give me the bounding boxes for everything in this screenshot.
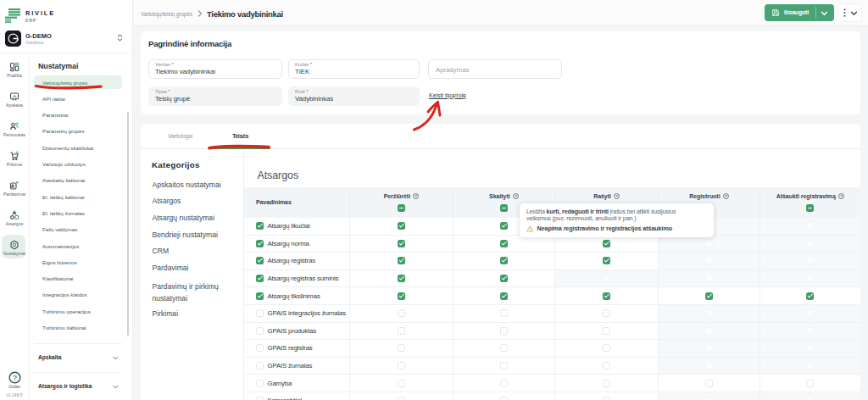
svg-text:?: ? [840, 194, 843, 198]
svg-text:?: ? [12, 373, 16, 381]
svg-text:?: ? [415, 194, 417, 198]
svg-text:?: ? [725, 194, 727, 198]
svg-text:?: ? [615, 194, 618, 198]
svg-text:?: ? [515, 194, 517, 198]
